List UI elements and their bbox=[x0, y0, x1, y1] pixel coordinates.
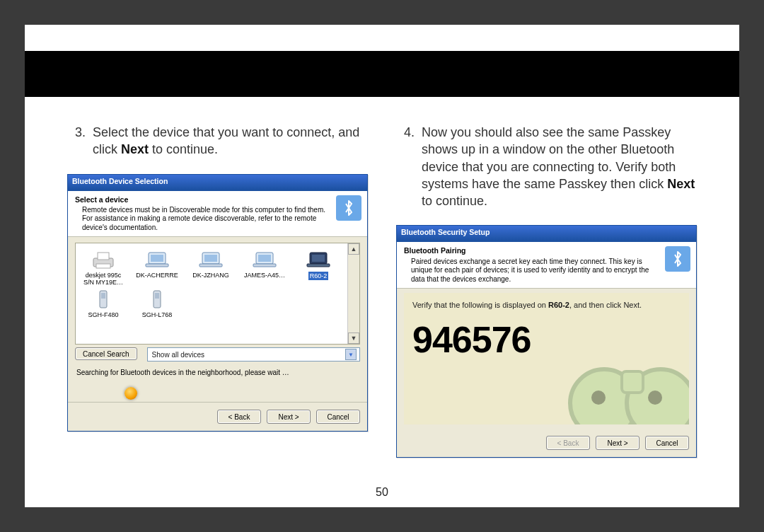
cancel-button[interactable]: Cancel bbox=[645, 436, 689, 450]
verify-text-b: , and then click Next. bbox=[569, 301, 642, 309]
svg-point-21 bbox=[591, 391, 606, 405]
step-3: 3. Select the device that you want to co… bbox=[67, 124, 368, 158]
svg-rect-4 bbox=[151, 255, 163, 262]
dialog1-info-text: Select a device Remote devices must be i… bbox=[75, 195, 330, 233]
device-scrollbar[interactable]: ▲ ▼ bbox=[347, 243, 359, 344]
svg-rect-2 bbox=[96, 264, 110, 268]
dialog1-info-line1: Remote devices must be in Discoverable m… bbox=[75, 206, 330, 215]
dialog2-info: Bluetooth Pairing Paired devices exchang… bbox=[397, 242, 696, 289]
step-3-number: 3. bbox=[67, 124, 86, 158]
dialog1-info-header: Select a device bbox=[75, 195, 330, 204]
dialog1-button-row: < Back Next > Cancel bbox=[68, 402, 367, 431]
dialog1-controls: Cancel Search Show all devices ▼ bbox=[75, 347, 360, 362]
device-label: SGH-F480 bbox=[88, 311, 118, 318]
device-filter-value: Show all devices bbox=[152, 351, 204, 359]
bluetooth-icon bbox=[336, 195, 361, 221]
verify-device-name: R60-2 bbox=[548, 301, 569, 309]
step-3-bold: Next bbox=[121, 142, 149, 156]
step-4-text-a: Now you should also see the same Passkey… bbox=[422, 125, 676, 191]
security-setup-dialog: Bluetooth Security Setup Bluetooth Pairi… bbox=[396, 225, 697, 458]
scroll-up-icon[interactable]: ▲ bbox=[348, 243, 359, 255]
back-button: < Back bbox=[546, 436, 590, 450]
svg-rect-14 bbox=[307, 264, 330, 267]
step-4-text: Now you should also see the same Passkey… bbox=[422, 124, 697, 209]
svg-point-22 bbox=[648, 391, 662, 405]
device-printer[interactable]: deskjet 995c S/N MY19E… bbox=[80, 249, 127, 286]
device-label: SGH-L768 bbox=[142, 311, 173, 318]
device-label: R60-2 bbox=[308, 272, 329, 280]
search-status: Searching for Bluetooth devices in the n… bbox=[76, 369, 359, 376]
svg-rect-10 bbox=[258, 255, 271, 262]
step-4-bold: Next bbox=[667, 177, 695, 191]
svg-rect-11 bbox=[253, 264, 276, 267]
header-bar bbox=[25, 51, 739, 97]
right-column: 4. Now you should also see the same Pass… bbox=[396, 124, 697, 458]
device-filter-select[interactable]: Show all devices ▼ bbox=[147, 347, 360, 362]
svg-rect-5 bbox=[146, 264, 168, 267]
device-laptop-1[interactable]: DK-ACHERRE bbox=[134, 249, 180, 286]
device-label: DK-JZHANG bbox=[192, 272, 229, 279]
step-4-number: 4. bbox=[396, 124, 415, 209]
dialog2-info-text: Bluetooth Pairing Paired devices exchang… bbox=[404, 246, 659, 284]
verify-instruction: Verify that the following is displayed o… bbox=[412, 300, 681, 311]
binoculars-icon bbox=[562, 332, 689, 424]
svg-rect-1 bbox=[98, 253, 109, 260]
device-laptop-selected[interactable]: R60-2 bbox=[295, 249, 342, 286]
step-4: 4. Now you should also see the same Pass… bbox=[396, 124, 697, 209]
bluetooth-icon bbox=[665, 246, 690, 272]
device-label: deskjet 995c S/N MY19E… bbox=[83, 272, 123, 286]
next-button[interactable]: Next > bbox=[267, 410, 311, 424]
flashlight-icon bbox=[125, 387, 137, 400]
verify-text-a: Verify that the following is displayed o… bbox=[412, 301, 548, 309]
dialog1-info-line2: For assistance in making a remote device… bbox=[75, 214, 330, 232]
step-3-text-b: to continue. bbox=[149, 142, 218, 156]
dialog1-info: Select a device Remote devices must be i… bbox=[68, 191, 367, 238]
device-phone-2[interactable]: SGH-L768 bbox=[134, 289, 180, 318]
dialog1-titlebar: Bluetooth Device Selection bbox=[68, 175, 367, 191]
dialog2-button-row: < Back Next > Cancel bbox=[397, 429, 696, 457]
step-3-text: Select the device that you want to conne… bbox=[93, 124, 368, 158]
device-label: JAMES-A45… bbox=[244, 272, 285, 279]
svg-rect-8 bbox=[199, 264, 222, 267]
next-button[interactable]: Next > bbox=[596, 436, 639, 450]
device-list[interactable]: deskjet 995c S/N MY19E… DK-ACHERRE DK-JZ… bbox=[75, 243, 360, 345]
cancel-search-button[interactable]: Cancel Search bbox=[75, 347, 137, 360]
back-button[interactable]: < Back bbox=[217, 410, 261, 424]
svg-rect-23 bbox=[622, 371, 643, 393]
left-column: 3. Select the device that you want to co… bbox=[67, 124, 368, 458]
chevron-down-icon: ▼ bbox=[345, 349, 357, 360]
step-4-text-b: to continue. bbox=[422, 194, 487, 208]
svg-rect-18 bbox=[155, 293, 159, 299]
device-laptop-2[interactable]: DK-JZHANG bbox=[187, 249, 234, 286]
dialog2-titlebar: Bluetooth Security Setup bbox=[397, 226, 696, 242]
manual-page: 3. Select the device that you want to co… bbox=[25, 25, 739, 507]
device-selection-dialog: Bluetooth Device Selection Select a devi… bbox=[67, 174, 368, 432]
page-number: 50 bbox=[25, 486, 739, 499]
dialog2-info-header: Bluetooth Pairing bbox=[404, 246, 659, 255]
svg-rect-7 bbox=[204, 255, 217, 262]
device-label: DK-ACHERRE bbox=[136, 272, 178, 279]
device-grid: deskjet 995c S/N MY19E… DK-ACHERRE DK-JZ… bbox=[80, 249, 355, 318]
device-laptop-3[interactable]: JAMES-A45… bbox=[241, 249, 288, 286]
dialog2-info-body: Paired devices exchange a secret key eac… bbox=[404, 258, 659, 284]
two-column-layout: 3. Select the device that you want to co… bbox=[67, 124, 697, 458]
cancel-button[interactable]: Cancel bbox=[316, 410, 360, 424]
passkey-area: Verify that the following is displayed o… bbox=[404, 293, 689, 424]
device-phone-1[interactable]: SGH-F480 bbox=[80, 289, 127, 318]
svg-rect-16 bbox=[101, 293, 105, 299]
svg-rect-13 bbox=[312, 255, 325, 262]
scroll-down-icon[interactable]: ▼ bbox=[348, 332, 359, 344]
